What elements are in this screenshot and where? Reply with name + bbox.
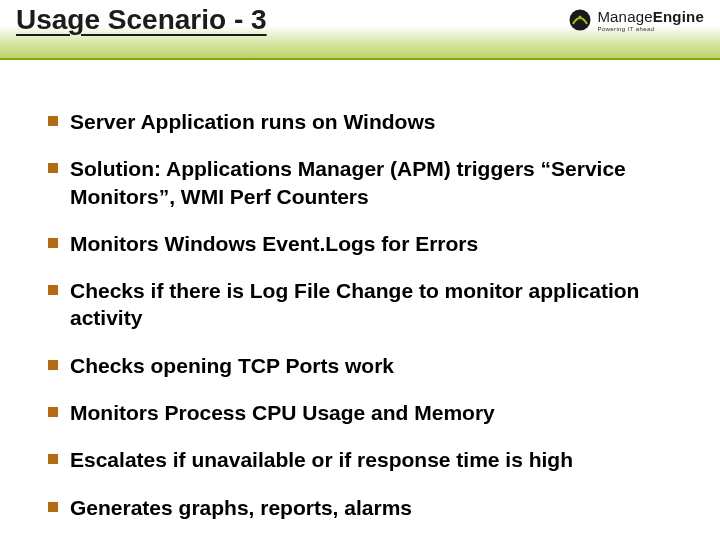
- list-item: Checks opening TCP Ports work: [48, 352, 672, 379]
- list-item: Monitors Process CPU Usage and Memory: [48, 399, 672, 426]
- list-item: Escalates if unavailable or if response …: [48, 446, 672, 473]
- slide-content: Server Application runs on Windows Solut…: [0, 60, 720, 521]
- list-item: Checks if there is Log File Change to mo…: [48, 277, 672, 332]
- manageengine-mark-icon: [569, 9, 591, 31]
- list-item: Solution: Applications Manager (APM) tri…: [48, 155, 672, 210]
- brand-tagline: Powering IT ahead: [597, 26, 704, 32]
- slide-title: Usage Scenario - 3: [16, 4, 267, 36]
- list-item: Server Application runs on Windows: [48, 108, 672, 135]
- slide-header: Usage Scenario - 3 ManageEngine Powering…: [0, 0, 720, 60]
- list-item: Monitors Windows Event.Logs for Errors: [48, 230, 672, 257]
- svg-point-0: [570, 10, 591, 31]
- brand-logo: ManageEngine Powering IT ahead: [569, 8, 704, 32]
- brand-prefix: Manage: [597, 8, 652, 25]
- svg-point-1: [579, 16, 582, 19]
- brand-strong: Engine: [653, 8, 704, 25]
- brand-name: ManageEngine: [597, 8, 704, 25]
- list-item: Generates graphs, reports, alarms: [48, 494, 672, 521]
- bullet-list: Server Application runs on Windows Solut…: [48, 108, 672, 521]
- brand-text-wrap: ManageEngine Powering IT ahead: [597, 8, 704, 32]
